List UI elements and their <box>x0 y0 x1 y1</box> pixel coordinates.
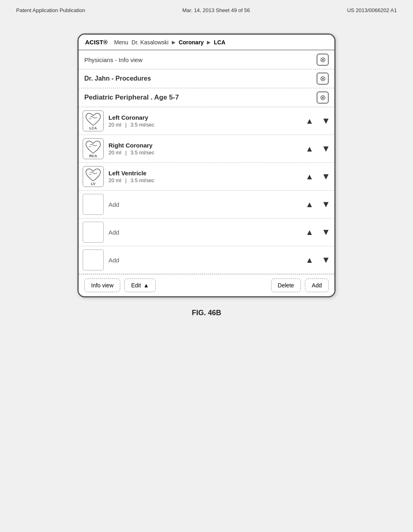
procedure-row-add3: Add ▲ ▼ <box>79 246 334 274</box>
proc-details-rca: 20 ml | 3.5 ml/sec <box>108 150 301 156</box>
nav-user: Dr. Kasalowski <box>131 39 169 46</box>
delete-button[interactable]: Delete <box>271 278 301 292</box>
breadcrumb-pediatric: Pediatric Peripheral . Age 5-7 ⊗ <box>79 88 334 107</box>
edit-icon: ▲ <box>143 282 149 289</box>
close-procedures-button[interactable]: ⊗ <box>317 73 329 85</box>
proc-icon-label-lca: LCA <box>83 126 103 130</box>
heart-icon-rca <box>84 139 102 155</box>
procedure-row-add2: Add ▲ ▼ <box>79 218 334 246</box>
procedure-row-lca: LCA Left Coronary 20 ml | 3.5 ml/sec ▲ ▼ <box>79 107 334 135</box>
arrow-up-add3[interactable]: ▲ <box>305 256 313 265</box>
arrow-up-lv[interactable]: ▲ <box>305 172 313 181</box>
proc-icon-label-rca: RCA <box>83 154 103 158</box>
nav-arrow-2: ▶ <box>207 39 211 45</box>
page-header: Patent Application Publication Mar. 14, … <box>0 0 413 17</box>
proc-controls-lv: ▲ ▼ <box>305 171 330 182</box>
proc-name-lv: Left Ventricle <box>108 170 301 177</box>
proc-icon-lca[interactable]: LCA <box>83 110 104 131</box>
proc-info-add2: Add <box>108 229 301 236</box>
breadcrumb-physicians-label: Physicians - Info view <box>84 56 142 63</box>
proc-name-lca: Left Coronary <box>108 114 301 121</box>
proc-name-rca: Right Coronary <box>108 142 301 149</box>
header-right: US 2013/0066202 A1 <box>347 7 397 13</box>
proc-icon-label-lv: LV <box>83 182 103 186</box>
nav-brand: ACIST® <box>85 39 108 46</box>
nav-menu[interactable]: Menu <box>114 39 128 46</box>
proc-controls-rca: ▲ ▼ <box>305 143 330 154</box>
page-container: ACIST® Menu Dr. Kasalowski ▶ Coronary ▶ … <box>0 17 413 532</box>
proc-details-lca: 20 ml | 3.5 ml/sec <box>108 122 301 128</box>
breadcrumb-pediatric-label: Pediatric Peripheral . Age 5-7 <box>84 94 179 102</box>
proc-icon-lv[interactable]: LV <box>83 166 104 187</box>
procedure-row-lv: LV Left Ventricle 20 ml | 3.5 ml/sec ▲ ▼ <box>79 163 334 191</box>
proc-controls-add3: ▲ ▼ <box>305 255 330 265</box>
proc-details-lv: 20 ml | 3.5 ml/sec <box>108 177 301 183</box>
arrow-down-add1[interactable]: ▼ <box>321 199 330 210</box>
arrow-up-lca[interactable]: ▲ <box>305 116 313 126</box>
arrow-up-add1[interactable]: ▲ <box>305 200 313 209</box>
proc-empty-icon-add2[interactable] <box>83 222 104 243</box>
arrow-up-rca[interactable]: ▲ <box>305 144 313 154</box>
info-view-button[interactable]: Info view <box>84 278 120 292</box>
footer-bar: Info view Edit ▲ Delete Add <box>79 274 334 296</box>
proc-controls-add1: ▲ ▼ <box>305 199 330 210</box>
arrow-up-add2[interactable]: ▲ <box>305 228 313 237</box>
arrow-down-lca[interactable]: ▼ <box>321 116 330 126</box>
nav-coronary[interactable]: Coronary <box>179 39 204 46</box>
close-physicians-button[interactable]: ⊗ <box>317 54 329 66</box>
proc-empty-icon-add1[interactable] <box>83 194 104 215</box>
arrow-down-add2[interactable]: ▼ <box>321 227 330 237</box>
edit-button[interactable]: Edit ▲ <box>124 278 156 292</box>
proc-add-label-3[interactable]: Add <box>108 257 301 264</box>
proc-add-label-2[interactable]: Add <box>108 229 301 236</box>
arrow-down-rca[interactable]: ▼ <box>321 143 330 154</box>
add-button[interactable]: Add <box>305 278 329 292</box>
header-center: Mar. 14, 2013 Sheet 49 of 56 <box>182 7 250 13</box>
proc-info-add3: Add <box>108 257 301 264</box>
procedure-row-rca: RCA Right Coronary 20 ml | 3.5 ml/sec ▲ … <box>79 135 334 163</box>
heart-icon-lv <box>84 167 102 183</box>
close-pediatric-button[interactable]: ⊗ <box>317 91 329 104</box>
figure-caption: FIG. 46B <box>192 309 221 317</box>
device-frame: ACIST® Menu Dr. Kasalowski ▶ Coronary ▶ … <box>77 33 336 297</box>
proc-controls-lca: ▲ ▼ <box>305 116 330 126</box>
nav-lca[interactable]: LCA <box>214 39 225 46</box>
breadcrumb-physicians: Physicians - Info view ⊗ <box>79 50 334 69</box>
proc-info-lca: Left Coronary 20 ml | 3.5 ml/sec <box>108 114 301 128</box>
heart-icon-lca <box>84 112 102 127</box>
nav-bar: ACIST® Menu Dr. Kasalowski ▶ Coronary ▶ … <box>79 35 334 50</box>
breadcrumb-procedures-label: Dr. Jahn - Procedures <box>84 75 151 82</box>
arrow-down-lv[interactable]: ▼ <box>321 171 330 182</box>
proc-icon-rca[interactable]: RCA <box>83 138 104 159</box>
proc-empty-icon-add3[interactable] <box>83 249 104 270</box>
proc-controls-add2: ▲ ▼ <box>305 227 330 237</box>
arrow-down-add3[interactable]: ▼ <box>321 255 330 265</box>
proc-info-rca: Right Coronary 20 ml | 3.5 ml/sec <box>108 142 301 156</box>
proc-add-label-1[interactable]: Add <box>108 201 301 208</box>
proc-info-lv: Left Ventricle 20 ml | 3.5 ml/sec <box>108 170 301 183</box>
proc-info-add1: Add <box>108 201 301 208</box>
breadcrumb-procedures: Dr. Jahn - Procedures ⊗ <box>79 69 334 88</box>
header-left: Patent Application Publication <box>16 7 85 13</box>
procedure-row-add1: Add ▲ ▼ <box>79 191 334 218</box>
nav-arrow-1: ▶ <box>172 39 175 45</box>
